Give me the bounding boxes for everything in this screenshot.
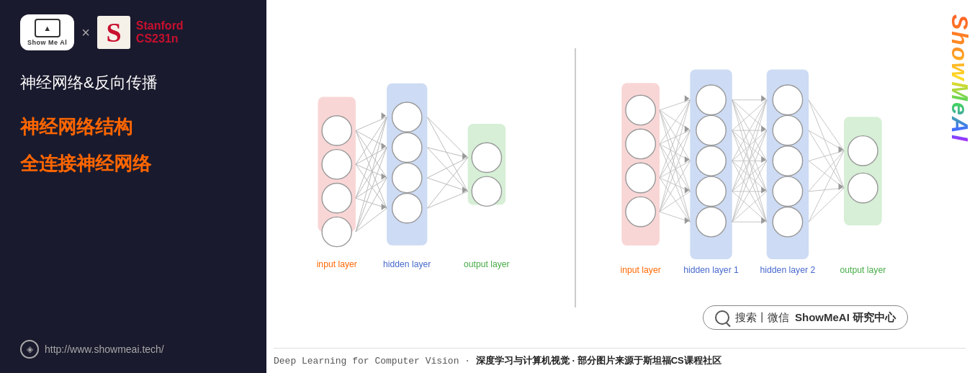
search-text: 搜索丨微信 — [735, 311, 789, 325]
left-panel: Show Me Al × S Stanford CS231n 神经网络&反向传播… — [0, 0, 266, 373]
svg-text:output layer: output layer — [840, 264, 886, 274]
svg-point-125 — [696, 145, 725, 175]
svg-line-27 — [428, 157, 468, 207]
showmeai-logo: Show Me Al — [20, 14, 74, 50]
svg-point-123 — [696, 85, 725, 114]
times-sign: × — [81, 24, 90, 41]
svg-rect-51 — [844, 117, 882, 225]
svg-point-131 — [773, 176, 802, 206]
svg-line-52 — [660, 99, 690, 109]
svg-text:hidden layer 1: hidden layer 1 — [683, 264, 739, 274]
website-link[interactable]: ◈ http://www.showmeai.tech/ — [20, 340, 164, 359]
right-panel: ShowMeAI — [266, 0, 980, 373]
logo-area: Show Me Al × S Stanford CS231n — [20, 14, 246, 50]
svg-point-133 — [848, 135, 877, 165]
diagram2: input layer hidden layer 1 hidden layer … — [583, 48, 966, 307]
svg-point-39 — [392, 102, 422, 132]
svg-line-116 — [809, 188, 844, 222]
stanford-text: Stanford CS231n — [136, 19, 184, 45]
svg-point-119 — [626, 95, 655, 125]
search-box[interactable]: 搜索丨微信 ShowMeAI 研究中心 — [703, 305, 908, 330]
website-icon: ◈ — [20, 340, 39, 359]
subtitle: 神经网络&反向传播 — [20, 72, 246, 94]
svg-point-128 — [773, 85, 802, 114]
stanford-line1: Stanford — [136, 19, 184, 32]
stanford-line2: CS231n — [136, 32, 184, 45]
svg-point-36 — [322, 149, 351, 179]
showmeai-logo-text: Show Me Al — [27, 39, 67, 46]
svg-line-21 — [428, 117, 468, 157]
svg-text:S: S — [106, 17, 121, 48]
divider — [575, 48, 576, 307]
svg-point-35 — [322, 115, 351, 145]
svg-point-40 — [392, 132, 422, 162]
svg-point-126 — [696, 176, 725, 206]
svg-line-28 — [428, 191, 468, 207]
svg-line-8 — [356, 130, 387, 208]
diagram1: input layer hidden layer output layer — [274, 48, 567, 307]
svg-point-42 — [392, 193, 422, 223]
svg-text:output layer: output layer — [464, 259, 510, 269]
neural-net-svg-2: input layer hidden layer 1 hidden layer … — [602, 63, 948, 293]
svg-line-25 — [428, 157, 468, 177]
svg-point-120 — [626, 129, 655, 158]
bottom-bar: Deep Learning for Computer Vision · 深度学习… — [274, 348, 966, 373]
svg-text:input layer: input layer — [620, 264, 660, 274]
svg-point-127 — [696, 207, 725, 236]
svg-point-129 — [773, 115, 802, 145]
svg-line-23 — [428, 147, 468, 157]
bottom-en: Deep Learning for Computer Vision · — [274, 356, 476, 367]
monitor-icon — [35, 19, 60, 37]
neural-net-svg-1: input layer hidden layer output layer — [298, 70, 543, 286]
diagrams-area: input layer hidden layer output layer — [274, 7, 966, 348]
svg-point-41 — [392, 163, 422, 192]
bottom-text: Deep Learning for Computer Vision · 深度学习… — [274, 354, 721, 367]
topic2: 全连接神经网络 — [20, 151, 246, 176]
svg-point-121 — [626, 163, 655, 192]
wechat-label: ShowMeAI 研究中心 — [795, 311, 896, 325]
bottom-cn: 深度学习与计算机视觉 · 部分图片来源于斯坦福CS课程社区 — [476, 355, 721, 366]
search-icon — [715, 310, 729, 325]
website-url: http://www.showmeai.tech/ — [45, 343, 164, 355]
svg-point-130 — [773, 145, 802, 175]
svg-text:input layer: input layer — [317, 259, 357, 269]
stanford-combined: S Stanford CS231n — [97, 16, 184, 49]
svg-point-132 — [773, 207, 802, 236]
svg-point-122 — [626, 197, 655, 226]
topic1: 神经网络结构 — [20, 114, 246, 140]
svg-point-43 — [472, 143, 501, 172]
svg-point-37 — [322, 183, 351, 212]
svg-text:hidden layer 2: hidden layer 2 — [760, 264, 815, 274]
svg-point-38 — [322, 217, 351, 246]
svg-point-134 — [848, 173, 877, 202]
svg-point-44 — [472, 176, 501, 206]
svg-line-64 — [660, 161, 690, 178]
stanford-s-icon: S — [97, 16, 130, 49]
svg-line-15 — [356, 178, 387, 198]
search-container[interactable]: 搜索丨微信 ShowMeAI 研究中心 — [703, 305, 908, 330]
svg-line-18 — [356, 147, 387, 231]
svg-line-10 — [356, 147, 387, 163]
svg-point-124 — [696, 115, 725, 145]
svg-text:hidden layer: hidden layer — [383, 259, 431, 269]
